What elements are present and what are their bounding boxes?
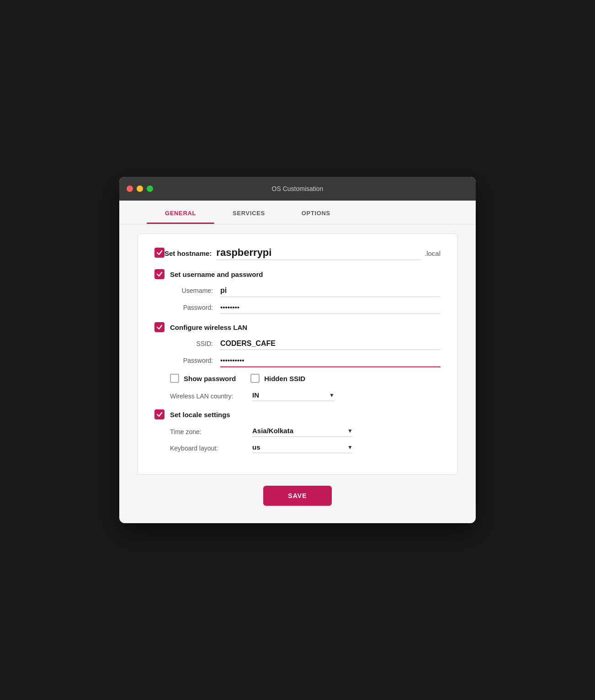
hidden-ssid-label: Hidden SSID bbox=[264, 375, 305, 382]
locale-section: Set locale settings Time zone: Asia/Kolk… bbox=[154, 409, 441, 453]
username-value[interactable]: pi bbox=[220, 286, 227, 294]
tab-options[interactable]: OPTIONS bbox=[283, 201, 349, 224]
country-row: Wireless LAN country: IN ▼ bbox=[170, 391, 441, 401]
show-password-item: Show password bbox=[170, 374, 236, 383]
password-label: Password: bbox=[170, 304, 220, 311]
timezone-row: Time zone: Asia/Kolkata ▼ bbox=[170, 427, 441, 437]
hostname-section: Set hostname: raspberrypi .local bbox=[154, 247, 441, 260]
credentials-section: Set username and password Username: pi P… bbox=[154, 269, 441, 314]
timezone-value: Asia/Kolkata bbox=[252, 427, 344, 435]
hostname-suffix: .local bbox=[425, 249, 441, 257]
save-button[interactable]: SAVE bbox=[263, 486, 332, 506]
ssid-row: SSID: CODERS_CAFE bbox=[170, 339, 441, 350]
timezone-label: Time zone: bbox=[170, 428, 252, 435]
form-card: Set hostname: raspberrypi .local Set use… bbox=[138, 233, 457, 475]
tab-services[interactable]: SERVICES bbox=[214, 201, 283, 224]
wireless-section: Configure wireless LAN SSID: CODERS_CAFE… bbox=[154, 322, 441, 401]
main-window: OS Customisation GENERAL SERVICES OPTION… bbox=[119, 177, 476, 523]
country-label: Wireless LAN country: bbox=[170, 392, 252, 400]
username-label: Username: bbox=[170, 287, 220, 294]
keyboard-dropdown-arrow: ▼ bbox=[347, 444, 353, 451]
ssid-value[interactable]: CODERS_CAFE bbox=[220, 339, 276, 347]
credentials-checkbox-row: Set username and password bbox=[154, 269, 441, 279]
timezone-dropdown-arrow: ▼ bbox=[347, 428, 353, 434]
country-dropdown-arrow: ▼ bbox=[329, 392, 335, 398]
keyboard-dropdown[interactable]: us ▼ bbox=[252, 443, 353, 453]
locale-checkbox[interactable] bbox=[154, 409, 165, 419]
minimize-button[interactable] bbox=[137, 186, 143, 192]
ssid-input-wrap: CODERS_CAFE bbox=[220, 339, 441, 350]
username-input-wrap: pi bbox=[220, 286, 441, 297]
wifi-password-row: Password: •••••••••• bbox=[170, 356, 441, 367]
country-dropdown[interactable]: IN ▼ bbox=[252, 391, 335, 401]
wifi-password-input-wrap: •••••••••• bbox=[220, 356, 441, 367]
show-password-checkbox[interactable] bbox=[170, 374, 179, 383]
password-row: Password: •••••••• bbox=[170, 303, 441, 314]
credentials-checkbox[interactable] bbox=[154, 269, 165, 279]
close-button[interactable] bbox=[127, 186, 133, 192]
traffic-lights bbox=[127, 186, 153, 192]
window-title: OS Customisation bbox=[272, 185, 324, 192]
country-value: IN bbox=[252, 391, 325, 399]
keyboard-row: Keyboard layout: us ▼ bbox=[170, 443, 441, 453]
credentials-label: Set username and password bbox=[170, 270, 263, 278]
tab-general[interactable]: GENERAL bbox=[147, 201, 214, 224]
locale-label: Set locale settings bbox=[170, 411, 230, 419]
ssid-label: SSID: bbox=[170, 340, 220, 347]
username-row: Username: pi bbox=[170, 286, 441, 297]
wifi-password-label: Password: bbox=[170, 357, 220, 364]
wireless-checkbox-row: Configure wireless LAN bbox=[154, 322, 441, 332]
hostname-checkbox[interactable] bbox=[154, 248, 165, 258]
wireless-label: Configure wireless LAN bbox=[170, 323, 247, 331]
wifi-options-row: Show password Hidden SSID bbox=[170, 374, 441, 383]
hidden-ssid-item: Hidden SSID bbox=[250, 374, 305, 383]
save-area: SAVE bbox=[138, 475, 457, 509]
tab-bar: GENERAL SERVICES OPTIONS bbox=[119, 201, 476, 224]
keyboard-value: us bbox=[252, 443, 344, 451]
show-password-label: Show password bbox=[184, 375, 236, 382]
maximize-button[interactable] bbox=[147, 186, 153, 192]
wifi-password-dots[interactable]: •••••••••• bbox=[220, 356, 244, 364]
keyboard-label: Keyboard layout: bbox=[170, 445, 252, 452]
password-dots[interactable]: •••••••• bbox=[220, 303, 239, 311]
locale-checkbox-row: Set locale settings bbox=[154, 409, 441, 419]
timezone-dropdown[interactable]: Asia/Kolkata ▼ bbox=[252, 427, 353, 437]
password-input-wrap: •••••••• bbox=[220, 303, 441, 314]
titlebar: OS Customisation bbox=[119, 177, 476, 201]
wireless-checkbox[interactable] bbox=[154, 322, 165, 332]
hostname-value[interactable]: raspberrypi bbox=[216, 247, 421, 260]
hidden-ssid-checkbox[interactable] bbox=[250, 374, 260, 383]
hostname-label: Set hostname: bbox=[165, 249, 212, 257]
main-content: Set hostname: raspberrypi .local Set use… bbox=[119, 224, 476, 523]
